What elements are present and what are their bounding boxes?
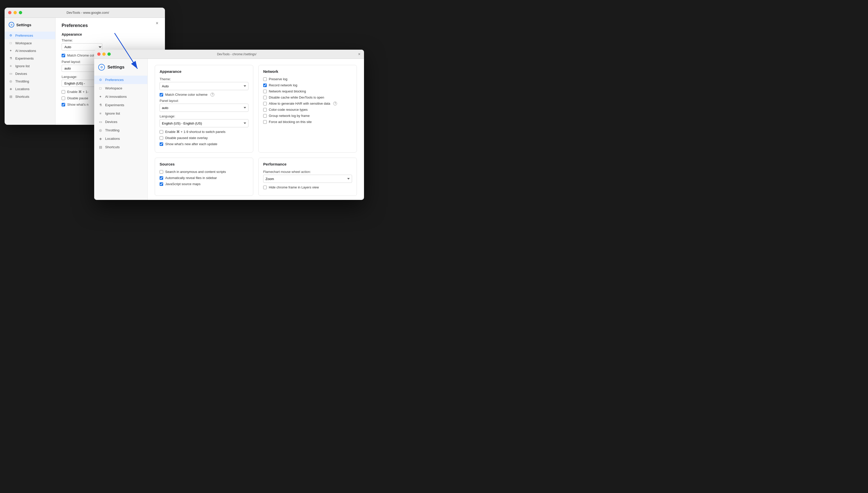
sources-heading: Sources (160, 162, 248, 166)
language-select-win2[interactable]: English (US) - English (US) (160, 119, 248, 127)
sidebar-item-preferences-win1[interactable]: ⚙ Preferences (5, 31, 55, 39)
sidebar-label-locations-win1: Locations (15, 87, 29, 91)
sources-card: Sources Search in anonymous and content … (155, 158, 253, 196)
network-heading: Network (263, 69, 352, 73)
group-network-cb[interactable] (263, 114, 267, 117)
sidebar-item-workspace-win2[interactable]: □ Workspace (94, 84, 148, 92)
show-whats-new-label-win1: Show what's n (67, 103, 88, 106)
sidebar-item-devices-win1[interactable]: ▭ Devices (5, 70, 55, 78)
sidebar-item-devices-win2[interactable]: ▭ Devices (94, 117, 148, 126)
devices-icon-win2: ▭ (98, 120, 103, 124)
appearance-heading: Appearance (160, 69, 248, 73)
disable-paused-checkbox-win1[interactable] (62, 97, 65, 100)
record-network-row: Record network log (263, 83, 352, 87)
record-network-cb[interactable] (263, 84, 267, 87)
allow-har-row: Allow to generate HAR with sensitive dat… (263, 102, 352, 105)
sidebar-item-experiments-win1[interactable]: ⚗ Experiments (5, 55, 55, 62)
hide-chrome-cb[interactable] (263, 186, 267, 189)
search-anon-label: Search in anonymous and content scripts (165, 170, 226, 174)
win2-titlebar: DevTools - chrome://settings/ × (94, 50, 364, 59)
sidebar-item-ai-win2[interactable]: ✦ AI innovations (94, 92, 148, 101)
show-whats-new-cb-win2[interactable] (160, 142, 163, 146)
disable-cache-cb[interactable] (263, 96, 267, 99)
appearance-label-win1: Appearance (62, 33, 159, 37)
flamechart-label: Flamechart mouse wheel action: (263, 170, 352, 174)
sidebar-item-shortcuts-win2[interactable]: ▤ Shortcuts (94, 143, 148, 151)
show-whats-new-cb-label-win2: Show what's new after each update (165, 142, 217, 146)
auto-reveal-cb[interactable] (160, 176, 163, 180)
close-button-win1[interactable] (8, 11, 12, 14)
sidebar-label-ignore-win1: Ignore list (15, 64, 29, 68)
enable-shortcut-cb-win2[interactable] (160, 130, 163, 134)
devices-icon: ▭ (9, 71, 13, 76)
allow-har-cb[interactable] (263, 102, 267, 105)
sidebar-item-locations-win2[interactable]: ◈ Locations (94, 134, 148, 143)
panel-layout-select-win2[interactable]: auto (160, 104, 248, 112)
disable-paused-label-win1: Disable pause (67, 96, 88, 100)
win1-sidebar-title: Settings (16, 23, 31, 27)
enable-shortcut-row-win2: Enable ⌘ + 1-9 shortcut to switch panels (160, 130, 248, 134)
match-chrome-row: Match Chrome color scheme ? (160, 93, 248, 97)
theme-select-win2[interactable]: Auto (160, 82, 248, 90)
sidebar-item-experiments-win2[interactable]: ⚗ Experiments (94, 101, 148, 109)
match-chrome-help-win2[interactable]: ? (210, 93, 214, 97)
show-whats-new-checkbox-win1[interactable] (62, 103, 65, 106)
win2-close-button[interactable]: × (358, 52, 360, 57)
preserve-log-label: Preserve log (269, 77, 287, 81)
match-chrome-cb-win2[interactable] (160, 93, 163, 97)
throttling-icon: ◎ (9, 79, 13, 83)
force-ad-blocking-row: Force ad blocking on this site (263, 120, 352, 124)
preserve-log-cb[interactable] (263, 78, 267, 81)
pref-icon-win2: ⚙ (98, 78, 103, 82)
disable-paused-cb-win2[interactable] (160, 136, 163, 140)
color-code-label: Color-code resource types (269, 108, 308, 111)
maximize-button-win2[interactable] (107, 52, 111, 56)
disable-cache-row: Disable cache while DevTools is open (263, 95, 352, 99)
sidebar-label-devices-win1: Devices (15, 72, 27, 76)
auto-reveal-row: Automatically reveal files in sidebar (160, 176, 248, 180)
shortcuts-icon: ▤ (9, 94, 13, 99)
win1-close-x-button[interactable]: × (154, 20, 160, 26)
sidebar-item-locations-win1[interactable]: ◈ Locations (5, 85, 55, 93)
theme-form-label: Theme: (160, 77, 248, 81)
workspace-icon-win2: □ (98, 86, 103, 90)
devices-label-win2: Devices (105, 120, 117, 124)
sidebar-label-experiments-win1: Experiments (15, 57, 34, 60)
sidebar-item-ignore-win1[interactable]: ≡ Ignore list (5, 62, 55, 70)
sidebar-item-ignore-win2[interactable]: ≡ Ignore list (94, 109, 148, 117)
force-ad-blocking-cb[interactable] (263, 120, 267, 124)
match-chrome-cb-label-win2: Match Chrome color scheme (165, 93, 207, 97)
search-anon-cb[interactable] (160, 170, 163, 174)
appearance-heading-win1: Appearance Theme: Auto (62, 33, 159, 50)
sidebar-label-shortcuts-win1: Shortcuts (15, 95, 29, 99)
sidebar-item-throttling-win1[interactable]: ◎ Throttling (5, 78, 55, 85)
theme-select-win1[interactable]: Auto (62, 43, 102, 50)
flamechart-select[interactable]: Zoom (263, 175, 352, 183)
settings-icon-win2: ⚙ (98, 64, 105, 70)
sidebar-item-throttling-win2[interactable]: ◎ Throttling (94, 126, 148, 134)
ai-icon: ✦ (9, 49, 13, 53)
js-source-maps-row: JavaScript source maps (160, 182, 248, 186)
enable-shortcut-checkbox-win1[interactable] (62, 90, 65, 94)
sidebar-item-ai-win1[interactable]: ✦ AI innovations (5, 47, 55, 55)
ai-icon-win2: ✦ (98, 94, 103, 99)
pref-label-win2: Preferences (105, 78, 124, 82)
allow-har-help[interactable]: ? (333, 102, 337, 105)
sidebar-item-workspace-win1[interactable]: □ Workspace (5, 39, 55, 47)
hide-chrome-label: Hide chrome frame in Layers view (269, 186, 319, 189)
color-code-cb[interactable] (263, 108, 267, 111)
throttling-label-win2: Throttling (105, 128, 119, 132)
auto-reveal-label: Automatically reveal files in sidebar (165, 176, 217, 180)
match-chrome-checkbox-win1[interactable] (62, 54, 65, 57)
close-button-win2[interactable] (97, 52, 101, 56)
js-source-maps-cb[interactable] (160, 182, 163, 186)
appearance-card: Appearance Theme: Auto Match Chrome colo… (155, 65, 253, 152)
minimize-button-win2[interactable] (102, 52, 106, 56)
sidebar-item-preferences-win2[interactable]: ⚙ Preferences (94, 76, 148, 84)
performance-card: Performance Flamechart mouse wheel actio… (258, 158, 357, 196)
disable-paused-cb-label-win2: Disable paused state overlay (165, 136, 208, 140)
ai-label-win2: AI innovations (105, 95, 127, 99)
sidebar-item-shortcuts-win1[interactable]: ▤ Shortcuts (5, 93, 55, 100)
sidebar-label-preferences-win1: Preferences (15, 34, 33, 38)
network-request-blocking-cb[interactable] (263, 90, 267, 93)
